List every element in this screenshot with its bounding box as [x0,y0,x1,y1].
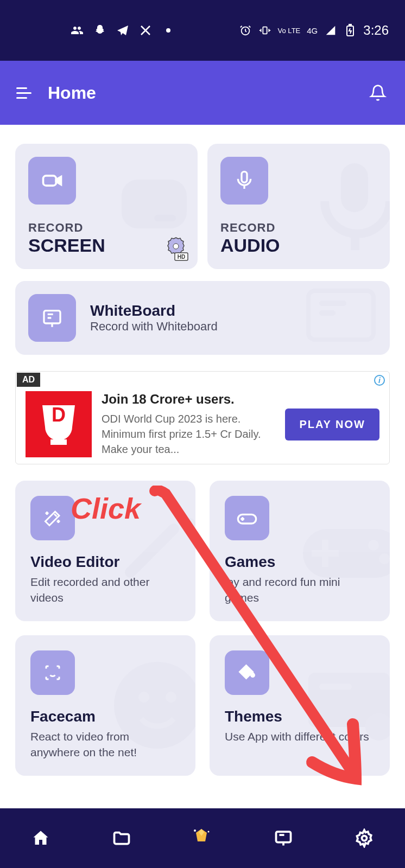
bottom-nav [0,808,405,868]
svg-rect-37 [276,832,291,843]
svg-point-26 [379,553,390,564]
svg-point-36 [207,831,209,833]
ad-banner[interactable]: AD i D Join 18 Crore+ users. ODI World C… [15,371,390,464]
ad-info-icon[interactable]: i [374,375,385,386]
record-audio-label-small: RECORD [220,221,377,235]
record-screen-label-big: SCREEN [28,235,185,256]
themes-card[interactable]: Themes Use App with different colors [210,635,390,776]
page-title: Home [48,83,367,103]
svg-rect-31 [319,684,352,690]
svg-point-28 [138,692,149,703]
nav-home[interactable] [29,826,53,850]
games-card[interactable]: Games lay and record fun mini games [210,481,390,621]
svg-rect-17 [50,439,67,445]
svg-rect-3 [349,24,351,26]
ad-tag: AD [17,373,40,387]
svg-point-35 [194,829,196,832]
wand-icon [30,496,75,540]
svg-point-29 [166,692,176,703]
paint-bucket-icon [225,650,269,695]
whiteboard-title: WhiteBoard [90,302,218,320]
menu-button[interactable] [16,87,31,99]
vibrate-icon [258,24,271,37]
games-desc: lay and record fun mini games [225,574,375,606]
nav-settings[interactable] [352,826,376,850]
videocam-icon [28,157,76,205]
record-screen-label-small: RECORD [28,221,185,235]
svg-rect-14 [308,291,374,340]
gamepad-icon [225,496,269,540]
svg-point-19 [185,518,195,529]
svg-point-38 [362,836,367,841]
svg-rect-9 [154,215,176,221]
mic-icon [220,157,268,205]
ad-description: ODI World Cup 2023 is here. Minimum firs… [102,411,275,457]
nav-files[interactable] [110,826,134,850]
facecam-card[interactable]: Facecam React to video from anywhere on … [15,635,195,776]
status-bar: Vo LTE 4G 3:26 [0,0,405,61]
battery-charging-icon [344,24,357,37]
video-editor-desc: Edit recorded and other videos [30,574,180,606]
signal-icon [324,24,337,37]
svg-point-25 [368,540,379,551]
svg-rect-13 [44,311,60,323]
whiteboard-icon [28,294,76,342]
app-header: Home [0,61,405,125]
group-icon [71,24,84,37]
themes-title: Themes [225,708,375,725]
telegram-icon [116,24,129,37]
whiteboard-card[interactable]: WhiteBoard Record with Whiteboard [15,281,390,355]
whiteboard-subtitle: Record with Whiteboard [90,320,218,334]
clock-time: 3:26 [363,23,389,38]
svg-point-5 [173,244,179,249]
notification-dot-icon [166,28,170,33]
nav-whiteboard[interactable] [271,826,295,850]
svg-rect-10 [242,171,247,182]
svg-rect-1 [263,27,267,34]
annotation-click-label: Click [71,492,141,525]
themes-desc: Use App with different colors [225,729,375,744]
lte-indicator: Vo LTE [278,27,301,34]
svg-point-20 [192,537,195,543]
svg-rect-11 [341,163,368,212]
nav-premium[interactable] [191,826,214,850]
notifications-button[interactable] [367,82,389,104]
svg-rect-4 [43,176,56,186]
snapchat-icon [93,24,106,37]
record-audio-card[interactable]: RECORD AUDIO [207,144,390,269]
svg-text:HD: HD [178,254,185,260]
hd-settings-button[interactable]: HD [163,235,189,264]
alarm-icon [239,24,252,37]
ad-title: Join 18 Crore+ users. [102,392,275,407]
svg-rect-15 [319,301,346,306]
record-audio-label-big: AUDIO [220,235,377,256]
svg-rect-16 [319,310,336,316]
x-twitter-icon [139,24,152,37]
svg-text:D: D [52,404,66,426]
games-title: Games [225,553,375,571]
record-screen-card[interactable]: RECORD SCREEN HD [15,144,198,269]
face-scan-icon [30,650,75,695]
ad-cta-button[interactable]: PLAY NOW [285,409,379,441]
ad-logo: D [26,391,92,457]
video-editor-title: Video Editor [30,553,180,571]
network-indicator: 4G [307,26,318,35]
facecam-desc: React to video from anywhere on the net! [30,729,180,761]
facecam-title: Facecam [30,708,180,725]
